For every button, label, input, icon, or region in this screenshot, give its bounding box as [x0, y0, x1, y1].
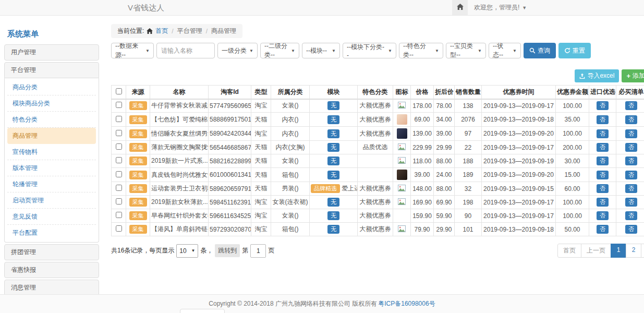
row-checkbox[interactable] — [116, 116, 122, 122]
must-buy-toggle[interactable]: 否 — [625, 115, 637, 124]
coupon-time: 2019-09-13—2019-09-18 — [482, 113, 556, 127]
import-select-toggle[interactable]: 否 — [597, 156, 609, 165]
feature-category: 大额优惠券 — [358, 99, 393, 113]
category: 内衣() — [271, 113, 310, 127]
filter-select-2[interactable]: 一级分类▼ — [217, 43, 258, 58]
records-summary: 共16条记录，每页显示 — [111, 246, 174, 255]
discount-price: 69.90 — [434, 196, 455, 209]
must-buy-toggle[interactable]: 否 — [625, 211, 637, 220]
import-select-toggle[interactable]: 否 — [597, 115, 609, 124]
module-cell: 无 — [310, 141, 358, 154]
filter-select-7[interactable]: --宝贝类型--▼ — [446, 43, 486, 58]
import-select-toggle[interactable]: 否 — [597, 184, 609, 193]
sidebar-subitem-10[interactable]: 意见反馈 — [7, 209, 96, 225]
import-select-toggle[interactable]: 否 — [597, 171, 609, 179]
price: 39.00 — [411, 168, 434, 182]
filter-select-4[interactable]: --模块--▼ — [302, 43, 340, 58]
chevron-down-icon: ▼ — [388, 49, 392, 53]
import-select-toggle[interactable]: 否 — [597, 101, 609, 110]
import-select-toggle[interactable]: 否 — [597, 198, 609, 207]
per-page-select[interactable]: 10 ▼ — [176, 244, 198, 258]
must-buy-toggle[interactable]: 否 — [625, 101, 637, 110]
page-button-上一页[interactable]: 上一页 — [581, 244, 611, 258]
module-cell: 无 — [310, 223, 358, 236]
sidebar-subitem-6[interactable]: 宣传物料 — [7, 144, 96, 160]
sidebar-item-1[interactable]: 平台管理 — [4, 62, 99, 78]
page-button-1[interactable]: 1 — [611, 244, 626, 258]
page-button-2[interactable]: 2 — [626, 244, 641, 258]
category: 箱包() — [271, 168, 310, 182]
must-buy-toggle[interactable]: 否 — [625, 225, 637, 234]
sidebar-subitem-4[interactable]: 特色分类 — [7, 112, 96, 128]
must-buy-cell: 否 — [616, 168, 644, 182]
must-buy-toggle[interactable]: 否 — [625, 184, 637, 193]
breadcrumb-home-link[interactable]: 首页 — [155, 27, 168, 35]
row-checkbox[interactable] — [116, 185, 122, 191]
shop-type: 天猫 — [251, 154, 271, 168]
row-checkbox[interactable] — [116, 198, 122, 204]
row-checkbox[interactable] — [116, 102, 122, 108]
filter-select-3[interactable]: --二级分类--▼ — [260, 43, 299, 58]
must-buy-toggle[interactable]: 否 — [625, 129, 637, 138]
reset-button[interactable]: 重置 — [558, 43, 591, 58]
sidebar-item-14[interactable]: 消息管理 — [4, 280, 99, 294]
select-all-checkbox[interactable] — [116, 88, 122, 94]
must-buy-toggle[interactable]: 否 — [625, 143, 637, 152]
filter-select-0[interactable]: --数据来源--▼ — [111, 43, 154, 58]
sidebar-item-12[interactable]: 拼团管理 — [4, 244, 99, 260]
user-menu[interactable]: 欢迎您，管理员! ▼ — [474, 3, 527, 12]
source-badge: 采集 — [129, 184, 147, 193]
query-button[interactable]: 查询 — [524, 43, 556, 58]
source-cell: 采集 — [126, 127, 150, 141]
discount-price: 59.90 — [434, 209, 455, 223]
name-search-input[interactable] — [156, 43, 215, 58]
jump-page-input[interactable] — [250, 244, 266, 258]
product-thumbnail — [397, 170, 407, 180]
row-select-cell — [112, 168, 126, 182]
must-buy-toggle[interactable]: 否 — [625, 198, 637, 207]
feature-category: 大额优惠券 — [358, 127, 393, 141]
sidebar-item-13[interactable]: 省惠快报 — [4, 262, 99, 278]
breadcrumb-separator: / — [171, 28, 174, 35]
import-excel-button[interactable]: 导入excel — [575, 69, 619, 82]
product-name: 牛仔背带裤女秋装减龄... — [150, 99, 209, 113]
sidebar-item-0[interactable]: 用户管理 — [4, 44, 99, 61]
sidebar-subitem-11[interactable]: 平台配置 — [7, 225, 96, 241]
filter-select-6[interactable]: --特色分类--▼ — [399, 43, 443, 58]
module-badge: 无 — [327, 143, 339, 152]
category: 女装() — [271, 154, 310, 168]
row-checkbox[interactable] — [116, 212, 122, 218]
must-buy-cell: 否 — [616, 113, 644, 127]
import-select-toggle[interactable]: 否 — [597, 211, 609, 220]
sidebar-subitem-2[interactable]: 商品分类 — [7, 79, 96, 95]
must-buy-toggle[interactable]: 否 — [625, 171, 637, 179]
row-checkbox[interactable] — [116, 130, 122, 136]
filter-select-5[interactable]: --模块下分类--▼ — [343, 43, 396, 58]
page-button-下一页[interactable]: 下一页 — [641, 244, 644, 258]
icp-link[interactable]: 粤ICP备16098006号 — [378, 299, 435, 308]
sidebar-subitem-5[interactable]: 商品管理 — [7, 128, 96, 144]
filter-select-label: 一级分类 — [222, 46, 247, 55]
sidebar-subitem-8[interactable]: 轮播管理 — [7, 176, 96, 192]
row-checkbox[interactable] — [116, 225, 122, 232]
row-checkbox[interactable] — [116, 171, 122, 177]
sidebar-subitem-3[interactable]: 模块商品分类 — [7, 95, 96, 112]
column-header-11: 优惠券时间 — [482, 86, 556, 99]
jump-button[interactable]: 跳转到 — [215, 244, 240, 257]
discount-price: 34.00 — [434, 113, 455, 127]
add-button[interactable]: + 添加 — [622, 69, 644, 82]
must-buy-toggle[interactable]: 否 — [625, 156, 637, 165]
sidebar-subitem-7[interactable]: 版本管理 — [7, 160, 96, 176]
sidebar-subitem-9[interactable]: 启动页管理 — [7, 192, 96, 209]
import-select-toggle[interactable]: 否 — [597, 143, 609, 152]
home-button[interactable] — [452, 0, 468, 15]
page-button-首页[interactable]: 首页 — [557, 244, 581, 258]
welcome-text: 欢迎您，管理员! — [474, 3, 519, 12]
filter-select-8[interactable]: --状态--▼ — [489, 43, 521, 58]
row-checkbox[interactable] — [116, 143, 122, 150]
row-checkbox[interactable] — [116, 157, 122, 163]
module-badge: 无 — [327, 115, 339, 124]
taoke-id: 596611634525 — [209, 209, 251, 223]
import-select-toggle[interactable]: 否 — [597, 225, 609, 234]
import-select-toggle[interactable]: 否 — [597, 129, 609, 138]
